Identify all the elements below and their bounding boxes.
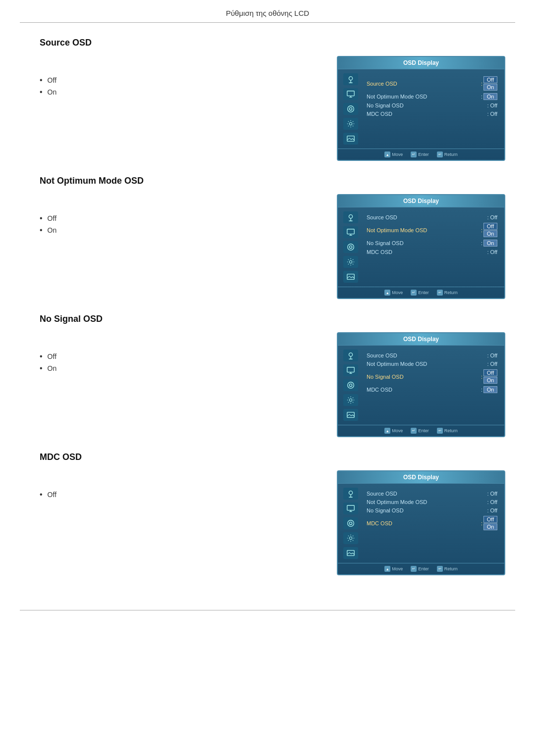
osd-row-3: MDC OSD: Off: [365, 248, 499, 256]
footer-icon-1: ↵: [411, 290, 417, 296]
osd-value-on: On: [483, 230, 497, 237]
footer-icon-0: ▲: [384, 428, 390, 434]
footer-item-1: ↵Enter: [411, 428, 429, 434]
osd-row-colon: :: [481, 81, 482, 87]
osd-row-0: Source OSD: Off: [365, 213, 499, 221]
osd-value-on: On: [483, 84, 497, 91]
osd-icon-2: [343, 226, 358, 238]
bullet: •: [40, 352, 43, 361]
footer-label-1: Enter: [418, 566, 429, 571]
footer-item-2: ↩Return: [437, 290, 458, 296]
option-off: •Off: [40, 76, 129, 85]
svg-point-30: [349, 491, 352, 495]
footer-icon-2: ↩: [437, 566, 443, 572]
options-no-signal-osd: •Off•On: [40, 352, 129, 373]
osd-row-0: Source OSD: Off: [365, 352, 499, 359]
osd-menu: Source OSD: OffNot Optimum Mode OSD : Of…: [364, 211, 500, 283]
osd-icon-3: [343, 103, 358, 115]
option-label: Off: [48, 491, 56, 499]
svg-point-17: [349, 246, 352, 248]
footer-icon-0: ▲: [384, 151, 390, 157]
osd-footer: ▲Move↵Enter↩Return: [338, 425, 504, 436]
svg-point-6: [348, 106, 354, 112]
osd-icon-1: [343, 211, 358, 223]
osd-row-label: No Signal OSD: [367, 374, 480, 380]
footer-item-0: ▲Move: [384, 151, 403, 157]
osd-row-label: Not Optimum Mode OSD: [367, 361, 487, 367]
footer-icon-2: ↩: [437, 151, 443, 157]
osd-icons: [342, 350, 360, 421]
bullet: •: [40, 214, 43, 223]
option-off: •Off: [40, 214, 129, 223]
osd-row-label: MDC OSD: [367, 249, 487, 255]
footer-label-0: Move: [392, 152, 403, 157]
options-mdc-osd: •Off: [40, 490, 129, 499]
osd-menu: Source OSD: OffNot Optimum Mode OSD: Off…: [364, 488, 500, 559]
footer-icon-2: ↩: [437, 428, 443, 434]
osd-row-label: Source OSD: [367, 491, 487, 497]
osd-body: Source OSD: OffNot Optimum Mode OSD : Of…: [338, 207, 504, 287]
osd-row-2: No Signal OSD : On: [365, 239, 499, 248]
svg-rect-29: [347, 412, 354, 418]
svg-point-26: [348, 382, 354, 389]
footer-icon-1: ↵: [411, 428, 417, 434]
osd-row-value: : Off: [487, 249, 497, 255]
option-on: •On: [40, 364, 129, 373]
section-source-osd: Source OSD•Off•OnOSD Display Source OSD …: [40, 38, 505, 161]
osd-title-bar: OSD Display: [338, 471, 504, 484]
osd-row-value: : Off: [487, 507, 497, 513]
osd-row-2: No Signal OSD : OffOn: [365, 368, 499, 385]
osd-panel-mdc-osd: OSD Display Source OSD: OffNot Optimum M…: [337, 470, 505, 575]
osd-value-off: Off: [483, 76, 497, 83]
option-label: On: [48, 364, 57, 372]
osd-icon-5: [343, 547, 358, 559]
osd-row-3: MDC OSD: Off: [365, 110, 499, 118]
osd-footer: ▲Move↵Enter↩Return: [338, 287, 504, 298]
osd-icon-5: [343, 409, 358, 421]
osd-row-1: Not Optimum Mode OSD : OffOn: [365, 222, 499, 238]
svg-rect-19: [347, 274, 354, 280]
osd-value-wrap: OffOn: [483, 76, 497, 91]
svg-point-38: [349, 537, 352, 539]
osd-value-off: Off: [483, 223, 497, 230]
content-area: Source OSD•Off•OnOSD Display Source OSD …: [0, 23, 535, 605]
option-label: On: [48, 88, 57, 96]
osd-row-colon: :: [481, 227, 482, 233]
svg-point-8: [349, 122, 352, 125]
osd-row-label: Not Optimum Mode OSD: [367, 94, 480, 100]
footer-label-0: Move: [392, 428, 403, 433]
osd-row-label: No Signal OSD: [367, 507, 487, 513]
footer-item-0: ▲Move: [384, 566, 403, 572]
svg-point-36: [348, 520, 354, 527]
section-body-mdc-osd: •OffOSD Display Source OSD: OffNot Optim…: [40, 470, 505, 575]
osd-footer: ▲Move↵Enter↩Return: [338, 149, 504, 160]
osd-row-value: : Off: [487, 361, 497, 367]
osd-title-bar: OSD Display: [338, 57, 504, 69]
spacer: •Off•On: [40, 332, 129, 373]
osd-title-bar: OSD Display: [338, 333, 504, 346]
bullet: •: [40, 226, 43, 235]
page-title: Ρύθμιση της οθόνης LCD: [20, 0, 515, 23]
osd-row-label: Source OSD: [367, 214, 487, 220]
osd-row-colon: :: [481, 374, 482, 380]
footer-label-2: Return: [444, 428, 458, 433]
options-source-osd: •Off•On: [40, 76, 129, 97]
section-title-not-optimum-mode-osd: Not Optimum Mode OSD: [40, 176, 505, 186]
footer-label-1: Enter: [418, 290, 429, 295]
option-label: On: [48, 226, 57, 234]
footer-item-1: ↵Enter: [411, 151, 429, 157]
footer-label-2: Return: [444, 290, 458, 295]
bullet: •: [40, 76, 43, 85]
option-label: Off: [48, 76, 56, 84]
spacer: •Off: [40, 470, 129, 499]
osd-icon-4: [343, 118, 358, 130]
osd-body: Source OSD: OffNot Optimum Mode OSD: Off…: [338, 484, 504, 563]
osd-footer: ▲Move↵Enter↩Return: [338, 563, 504, 574]
spacer: •Off•On: [40, 56, 129, 97]
osd-row-label: No Signal OSD: [367, 240, 480, 246]
footer-item-2: ↩Return: [437, 566, 458, 572]
osd-row-value: On: [483, 386, 497, 393]
osd-value-wrap: OffOn: [483, 516, 497, 530]
option-label: Off: [48, 353, 56, 360]
osd-icon-5: [343, 271, 358, 283]
